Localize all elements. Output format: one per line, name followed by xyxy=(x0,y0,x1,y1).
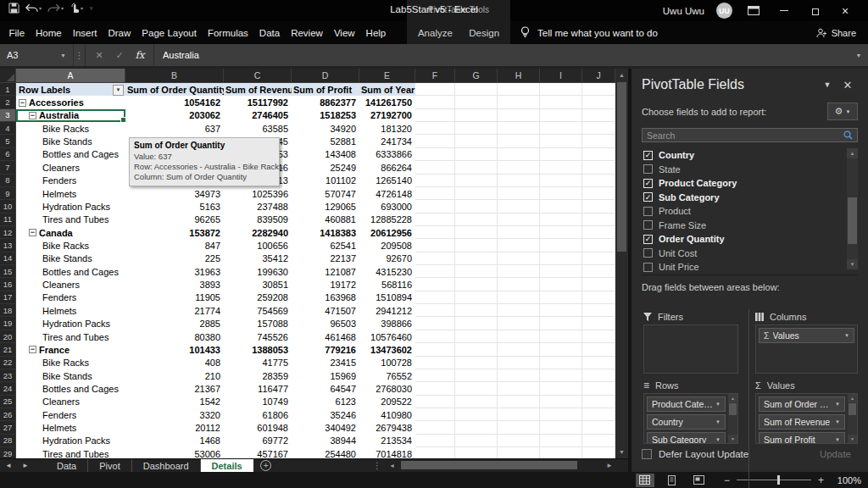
cell[interactable] xyxy=(582,408,615,421)
field-search-input[interactable]: Search xyxy=(642,128,858,142)
row-number-12[interactable]: 12 xyxy=(0,226,16,239)
cell[interactable] xyxy=(415,83,455,96)
vertical-scrollbar[interactable]: ▲ ▼ xyxy=(615,69,628,458)
row-label[interactable]: Bike Stands xyxy=(16,369,125,382)
pill-dropdown-icon[interactable]: ▼ xyxy=(844,333,849,338)
cell[interactable] xyxy=(540,278,582,291)
ribbon-tab-design[interactable]: Design xyxy=(464,28,505,38)
row-label[interactable]: Helmets xyxy=(16,187,125,200)
area-pill[interactable]: Sum of Revenue▼ xyxy=(759,414,845,430)
row-number-19[interactable]: 19 xyxy=(0,317,16,330)
cell[interactable] xyxy=(540,330,582,343)
row-number-14[interactable]: 14 xyxy=(0,252,16,265)
cell[interactable]: 19172 xyxy=(292,278,359,291)
cell[interactable]: 3320 xyxy=(125,408,224,421)
cell[interactable] xyxy=(455,291,498,304)
cell[interactable]: 203062 xyxy=(125,109,224,122)
row-number-4[interactable]: 4 xyxy=(0,122,16,135)
cell[interactable] xyxy=(455,135,498,147)
cell[interactable] xyxy=(455,187,498,200)
cell[interactable] xyxy=(540,135,582,147)
horizontal-scroll-thumb[interactable] xyxy=(401,461,577,469)
cell[interactable]: 30851 xyxy=(224,278,292,291)
cell[interactable]: 2746405 xyxy=(224,109,292,122)
cell[interactable] xyxy=(582,357,615,369)
cell[interactable] xyxy=(498,96,540,108)
cell[interactable]: 96503 xyxy=(292,317,359,330)
cell[interactable] xyxy=(415,265,455,278)
cell[interactable]: 101102 xyxy=(292,175,359,187)
cell[interactable]: 2679438 xyxy=(359,421,415,434)
cell[interactable] xyxy=(540,252,582,265)
cell[interactable] xyxy=(415,357,455,369)
cell[interactable] xyxy=(455,330,498,343)
cell[interactable] xyxy=(498,83,540,96)
cell[interactable] xyxy=(455,304,498,317)
cell[interactable]: 41775 xyxy=(224,357,292,369)
ribbon-tab-analyze[interactable]: Analyze xyxy=(412,28,458,38)
row-number-10[interactable]: 10 xyxy=(0,200,16,213)
field-item-country[interactable]: ✓Country xyxy=(642,148,858,163)
cell[interactable] xyxy=(540,109,582,122)
cell[interactable] xyxy=(498,109,540,122)
tell-me-box[interactable]: Tell me what you want to do xyxy=(509,21,658,44)
panel-options-icon[interactable]: ▼ xyxy=(817,80,837,89)
page-layout-view-button[interactable] xyxy=(663,474,682,487)
cell[interactable]: 241734 xyxy=(359,135,415,147)
row-label[interactable]: −Canada xyxy=(16,226,125,239)
field-list-scrollbar[interactable]: ▲ ▼ xyxy=(847,148,858,269)
cell[interactable]: 866264 xyxy=(359,161,415,174)
cell[interactable]: 398866 xyxy=(359,317,415,330)
undo-button[interactable]: ▾ xyxy=(25,3,42,14)
column-header-A[interactable]: A xyxy=(16,69,125,83)
cell[interactable] xyxy=(455,239,498,252)
cell[interactable]: 35412 xyxy=(224,252,292,265)
cell[interactable] xyxy=(582,161,615,174)
row-number-22[interactable]: 22 xyxy=(0,357,16,369)
cell[interactable]: 34973 xyxy=(125,187,224,200)
cell[interactable]: 779216 xyxy=(292,343,359,356)
field-checkbox[interactable] xyxy=(643,207,653,216)
cell[interactable]: Sum of Profit xyxy=(292,83,359,96)
row-label[interactable]: Tires and Tubes xyxy=(16,214,125,226)
cell[interactable]: Sum of Order Quantity xyxy=(125,83,224,96)
ribbon-tab-help[interactable]: Help xyxy=(360,28,392,38)
cell[interactable] xyxy=(540,214,582,226)
row-number-27[interactable]: 27 xyxy=(0,421,16,434)
cell[interactable] xyxy=(455,226,498,239)
row-number-8[interactable]: 8 xyxy=(0,175,16,187)
cell[interactable]: 2282940 xyxy=(224,226,292,239)
row-label[interactable]: Bike Racks xyxy=(16,239,125,252)
collapse-icon[interactable]: − xyxy=(29,229,36,236)
cell[interactable] xyxy=(415,214,455,226)
defer-layout-checkbox[interactable] xyxy=(642,449,652,459)
cell[interactable]: 6123 xyxy=(292,396,359,408)
column-header-F[interactable]: F xyxy=(415,69,455,83)
row-label[interactable]: Fenders xyxy=(16,291,125,304)
cell[interactable]: 13473602 xyxy=(359,343,415,356)
cell[interactable]: 10749 xyxy=(224,396,292,408)
field-list-scroll-up-icon[interactable]: ▲ xyxy=(847,148,858,158)
cell[interactable] xyxy=(582,330,615,343)
cell[interactable] xyxy=(415,304,455,317)
cell[interactable]: 457167 xyxy=(224,447,292,458)
save-icon[interactable] xyxy=(8,3,19,14)
cell[interactable] xyxy=(498,435,540,447)
cell[interactable] xyxy=(498,317,540,330)
cell[interactable] xyxy=(582,122,615,135)
cell[interactable] xyxy=(498,357,540,369)
row-number-15[interactable]: 15 xyxy=(0,265,16,278)
cell[interactable] xyxy=(455,317,498,330)
cell[interactable]: 143408 xyxy=(292,148,359,161)
rows-scrollbar[interactable]: ▲▼ xyxy=(728,394,737,443)
cell[interactable] xyxy=(498,200,540,213)
column-header-G[interactable]: G xyxy=(455,69,498,83)
column-header-C[interactable]: C xyxy=(224,69,292,83)
cell[interactable] xyxy=(415,447,455,458)
update-button[interactable]: Update xyxy=(813,447,858,461)
field-item-product[interactable]: Product xyxy=(642,204,858,219)
touch-mode-button[interactable]: ▾ xyxy=(70,3,83,14)
name-box-dropdown-icon[interactable]: ▼ xyxy=(60,53,66,58)
tabbar-resize-handle[interactable]: ⋮ xyxy=(373,458,381,472)
ribbon-tab-formulas[interactable]: Formulas xyxy=(202,28,253,38)
